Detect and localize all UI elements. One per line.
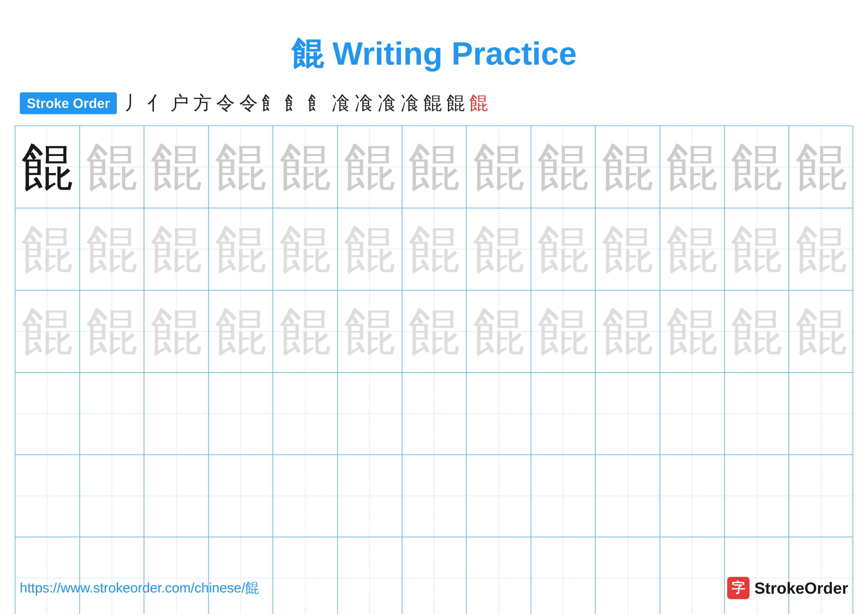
grid-cell (660, 455, 725, 537)
grid-cell (209, 373, 273, 454)
grid-cell: 餛 (725, 126, 789, 208)
grid-cell (80, 455, 144, 537)
grid-cell (209, 455, 273, 537)
grid-cell (595, 455, 660, 537)
grid-cell (595, 373, 660, 454)
grid-cell (144, 373, 209, 454)
brand-text: StrokeOrder (755, 579, 848, 597)
stroke-chars: 丿 亻 户 方 令 令 飠 飠 飠 飡 飡 飡 飡 餛 餛 餛 (124, 91, 488, 116)
grid-cell: 餛 (80, 208, 144, 290)
grid-cell: 餛 (595, 291, 660, 372)
practice-grid: 餛 餛 餛 餛 餛 餛 餛 餛 餛 餛 餛 餛 餛 餛 餛 餛 餛 餛 餛 餛 … (15, 126, 853, 614)
grid-cell: 餛 (273, 208, 338, 290)
grid-cell: 餛 (531, 208, 596, 290)
grid-cell: 餛 (467, 208, 531, 290)
grid-cell: 餛 (789, 126, 854, 208)
grid-cell (402, 455, 467, 537)
grid-cell (402, 373, 467, 454)
grid-cell (273, 537, 338, 614)
grid-cell: 餛 (531, 126, 596, 208)
grid-cell: 餛 (725, 208, 789, 290)
grid-cell (338, 373, 402, 454)
grid-cell: 餛 (338, 126, 402, 208)
grid-cell (144, 537, 209, 614)
grid-cell: 餛 (80, 291, 144, 372)
grid-cell: 餛 (531, 291, 596, 372)
grid-row-2: 餛 餛 餛 餛 餛 餛 餛 餛 餛 餛 餛 餛 餛 (16, 208, 852, 291)
grid-cell: 餛 (660, 126, 725, 208)
grid-cell (725, 455, 789, 537)
grid-cell (725, 537, 789, 614)
grid-cell (16, 455, 80, 537)
grid-cell (531, 455, 596, 537)
page-title: 餛 Writing Practice (0, 0, 868, 91)
grid-cell: 餛 (80, 126, 144, 208)
grid-cell (402, 537, 467, 614)
grid-cell (531, 537, 596, 614)
title-char: 餛 (291, 36, 323, 72)
grid-cell (80, 537, 144, 614)
grid-cell: 餛 (402, 126, 467, 208)
grid-cell: 餛 (402, 208, 467, 290)
grid-cell: 餛 (209, 126, 273, 208)
grid-row-1: 餛 餛 餛 餛 餛 餛 餛 餛 餛 餛 餛 餛 餛 (16, 126, 852, 208)
grid-cell: 餛 (595, 208, 660, 290)
title-text: Writing Practice (323, 36, 577, 72)
grid-cell: 餛 (660, 291, 725, 372)
grid-cell (467, 455, 531, 537)
grid-cell: 餛 (467, 126, 531, 208)
grid-cell: 餛 (273, 291, 338, 372)
grid-cell (338, 455, 402, 537)
grid-cell (209, 537, 273, 614)
grid-cell (531, 373, 596, 454)
grid-cell: 餛 (16, 208, 80, 290)
grid-cell (789, 455, 854, 537)
grid-cell (144, 455, 209, 537)
grid-cell (660, 537, 725, 614)
grid-cell: 餛 (16, 126, 80, 208)
grid-row-4 (16, 373, 852, 455)
footer-url: https://www.strokeorder.com/chinese/餛 (20, 579, 259, 597)
grid-cell: 餛 (789, 208, 854, 290)
grid-cell (16, 537, 80, 614)
grid-cell: 餛 (595, 126, 660, 208)
stroke-order-row: Stroke Order 丿 亻 户 方 令 令 飠 飠 飠 飡 飡 飡 飡 餛… (0, 91, 868, 116)
grid-cell (595, 537, 660, 614)
footer: https://www.strokeorder.com/chinese/餛 字 … (0, 577, 868, 599)
grid-cell (789, 373, 854, 454)
grid-cell: 餛 (16, 291, 80, 372)
grid-cell: 餛 (273, 126, 338, 208)
grid-cell: 餛 (338, 208, 402, 290)
grid-cell: 餛 (402, 291, 467, 372)
grid-cell (338, 537, 402, 614)
grid-cell: 餛 (144, 126, 209, 208)
grid-cell: 餛 (660, 208, 725, 290)
grid-cell: 餛 (209, 208, 273, 290)
grid-cell (467, 537, 531, 614)
grid-cell: 餛 (144, 208, 209, 290)
brand-icon: 字 (727, 577, 749, 599)
grid-cell (273, 373, 338, 454)
grid-row-3: 餛 餛 餛 餛 餛 餛 餛 餛 餛 餛 餛 餛 餛 (16, 291, 852, 373)
grid-cell (660, 373, 725, 454)
stroke-order-badge: Stroke Order (20, 92, 117, 114)
grid-row-6 (16, 537, 852, 614)
grid-cell: 餛 (144, 291, 209, 372)
grid-cell (789, 537, 854, 614)
grid-cell (273, 455, 338, 537)
grid-cell: 餛 (725, 291, 789, 372)
grid-cell: 餛 (338, 291, 402, 372)
grid-cell: 餛 (209, 291, 273, 372)
grid-cell (16, 373, 80, 454)
grid-cell (467, 373, 531, 454)
grid-cell: 餛 (467, 291, 531, 372)
grid-cell (725, 373, 789, 454)
footer-brand: 字 StrokeOrder (727, 577, 848, 599)
grid-cell (80, 373, 144, 454)
grid-cell: 餛 (789, 291, 854, 372)
grid-row-5 (16, 455, 852, 537)
